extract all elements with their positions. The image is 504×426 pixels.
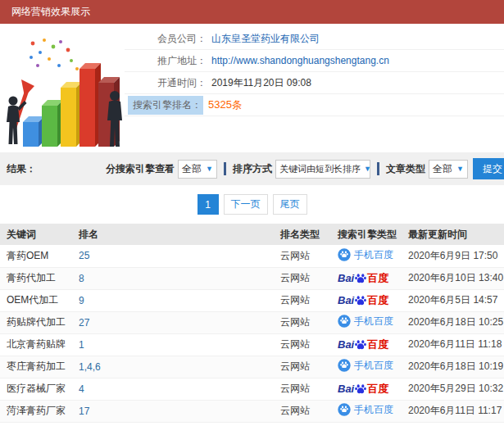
mobile-baidu-badge: 手机百度 bbox=[338, 248, 393, 262]
rank-cell: 9 bbox=[72, 289, 274, 311]
chevron-down-icon: ▼ bbox=[456, 165, 464, 173]
filter-bar: 结果： 分搜索引擎查看 全部 ▼ 排序方式 关键词由短到长排序 ▼ 文章类型 全… bbox=[0, 152, 504, 185]
rank-type-cell: 云网站 bbox=[274, 289, 331, 311]
baidu-logo: Bai 百度 bbox=[338, 338, 388, 352]
header-engine-type: 搜索引擎类型 bbox=[331, 224, 402, 245]
baidu-logo-bai: Bai bbox=[338, 383, 354, 395]
keyword-cell: 膏药OEM bbox=[0, 245, 72, 267]
open-time-row: 开通时间： 2019年11月20日 09:08 bbox=[125, 72, 504, 94]
mobile-baidu-badge: 手机百度 bbox=[338, 359, 393, 373]
rank-link[interactable]: 25 bbox=[79, 250, 89, 261]
baidu-logo-du: 百度 bbox=[367, 382, 388, 397]
promo-url-label: 推广地址： bbox=[125, 54, 207, 68]
rank-cell: 1,4,6 bbox=[72, 356, 274, 378]
rank-type-cell: 云网站 bbox=[274, 333, 331, 356]
rank-cell: 4 bbox=[72, 378, 274, 400]
engine-type-cell: 手机百度 bbox=[331, 356, 402, 378]
sort-filter-group: 排序方式 关键词由短到长排序 ▼ bbox=[233, 160, 370, 179]
next-page-button[interactable]: 下一页 bbox=[224, 194, 268, 215]
baidu-logo: Bai 百度 bbox=[338, 271, 388, 286]
baidu-logo-du: 百度 bbox=[367, 293, 388, 308]
table-row: 膏药代加工 8 云网站 Bai 百度 2020年6月10日 13:40 bbox=[0, 267, 504, 289]
rank-link[interactable]: 9 bbox=[79, 295, 84, 306]
rank-cell: 1 bbox=[72, 333, 274, 356]
promo-url-link[interactable]: http://www.shandonghuangshengtang.cn bbox=[211, 55, 389, 66]
engine-label: 手机百度 bbox=[354, 248, 393, 262]
table-header-row: 关键词 排名 排名类型 搜索引擎类型 最新更新时间 bbox=[0, 224, 504, 245]
rank-link[interactable]: 4 bbox=[79, 383, 84, 395]
chevron-down-icon: ▼ bbox=[206, 165, 213, 173]
article-type-filter-group: 文章类型 全部 ▼ bbox=[386, 160, 468, 179]
baidu-logo: Bai 百度 bbox=[338, 293, 388, 308]
article-type-filter-select[interactable]: 全部 ▼ bbox=[429, 160, 468, 179]
rank-link[interactable]: 17 bbox=[79, 406, 89, 417]
rank-link[interactable]: 1,4,6 bbox=[79, 361, 101, 373]
engine-type-cell: Bai 百度 bbox=[331, 378, 402, 400]
updated-time-cell: 2020年6月11日 11:17 bbox=[402, 400, 504, 422]
rank-count-value: 5325 bbox=[208, 98, 232, 111]
baidu-logo-du: 百度 bbox=[367, 271, 388, 286]
updated-time-cell: 2020年6月11日 11:18 bbox=[402, 333, 504, 356]
sort-filter-label: 排序方式 bbox=[233, 162, 272, 176]
rank-type-cell: 云网站 bbox=[274, 356, 331, 378]
confetti-dots bbox=[30, 39, 79, 70]
pagination: 1 下一页 尾页 bbox=[0, 185, 504, 224]
mobile-baidu-paw-icon bbox=[338, 315, 351, 328]
rank-link[interactable]: 8 bbox=[79, 273, 84, 284]
table-row: 枣庄膏药加工 1,4,6 云网站 手机百度 2020年6月18日 10:19 bbox=[0, 356, 504, 378]
baidu-logo-bai: Bai bbox=[338, 338, 354, 351]
mobile-baidu-paw-icon bbox=[338, 403, 351, 416]
article-type-filter-label: 文章类型 bbox=[386, 162, 425, 176]
keyword-cell: OEM代加工 bbox=[0, 289, 72, 311]
baidu-paw-icon bbox=[355, 383, 366, 395]
article-type-filter-selected: 全部 bbox=[433, 162, 452, 176]
mobile-baidu-paw-icon bbox=[338, 359, 351, 372]
table-row: OEM代加工 9 云网站 Bai 百度 2020年6月5日 14:57 bbox=[0, 289, 504, 311]
engine-label: 手机百度 bbox=[354, 403, 393, 417]
bar-chart-illustration bbox=[2, 27, 123, 153]
rank-link[interactable]: 1 bbox=[79, 339, 84, 351]
table-row: 北京膏药贴牌 1 云网站 Bai 百度 2020年6月11日 11:18 bbox=[0, 333, 504, 356]
updated-time-cell: 2020年6月5日 14:57 bbox=[402, 289, 504, 311]
bars bbox=[23, 63, 120, 147]
member-company-row: 会员公司： 山东皇圣堂药业有限公司 bbox=[125, 28, 504, 50]
baidu-logo: Bai 百度 bbox=[338, 382, 388, 397]
header-updated: 最新更新时间 bbox=[402, 224, 504, 245]
keyword-cell: 药贴牌代加工 bbox=[0, 311, 72, 333]
table-row: 药贴牌代加工 27 云网站 手机百度 2020年6月18日 10:25 bbox=[0, 311, 504, 333]
member-company-label: 会员公司： bbox=[125, 32, 207, 46]
submit-button[interactable]: 提交 bbox=[473, 158, 504, 179]
keyword-cell: 枣庄膏药加工 bbox=[0, 356, 72, 378]
header-keyword: 关键词 bbox=[0, 224, 72, 245]
rank-count-label: 搜索引擎排名： bbox=[128, 96, 203, 115]
last-page-button[interactable]: 尾页 bbox=[273, 194, 307, 215]
updated-time-cell: 2020年6月10日 13:40 bbox=[402, 267, 504, 289]
header-rank-type: 排名类型 bbox=[274, 224, 331, 245]
engine-type-cell: 手机百度 bbox=[331, 245, 402, 267]
member-company-link[interactable]: 山东皇圣堂药业有限公司 bbox=[211, 32, 320, 46]
top-banner: 网络营销效果展示 bbox=[0, 0, 504, 24]
keyword-cell: 北京膏药贴牌 bbox=[0, 333, 72, 356]
rank-type-cell: 云网站 bbox=[274, 245, 331, 267]
open-time-label: 开通时间： bbox=[125, 76, 207, 90]
updated-time-cell: 2020年6月18日 10:19 bbox=[402, 356, 504, 378]
page-button-current[interactable]: 1 bbox=[198, 194, 219, 215]
rank-cell: 27 bbox=[72, 311, 274, 333]
sort-filter-selected: 关键词由短到长排序 bbox=[279, 163, 361, 175]
open-time-value: 2019年11月20日 09:08 bbox=[211, 76, 311, 90]
keyword-cell: 医疗器械厂家 bbox=[0, 378, 72, 400]
baidu-logo-bai: Bai bbox=[338, 272, 354, 284]
updated-time-cell: 2020年6月9日 17:50 bbox=[402, 245, 504, 267]
filter-divider bbox=[224, 162, 226, 175]
rank-link[interactable]: 27 bbox=[79, 317, 89, 329]
rank-type-cell: 云网站 bbox=[274, 311, 331, 333]
rank-cell: 8 bbox=[72, 267, 274, 289]
sort-filter-select[interactable]: 关键词由短到长排序 ▼ bbox=[275, 160, 370, 179]
updated-time-cell: 2020年6月18日 10:25 bbox=[402, 311, 504, 333]
engine-filter-select[interactable]: 全部 ▼ bbox=[178, 160, 217, 179]
mobile-baidu-badge: 手机百度 bbox=[338, 403, 393, 417]
chevron-down-icon: ▼ bbox=[364, 165, 370, 173]
engine-label: 手机百度 bbox=[354, 359, 393, 373]
promo-url-row: 推广地址： http://www.shandonghuangshengtang.… bbox=[125, 50, 504, 72]
member-info-section: 会员公司： 山东皇圣堂药业有限公司 推广地址： http://www.shand… bbox=[0, 24, 504, 152]
